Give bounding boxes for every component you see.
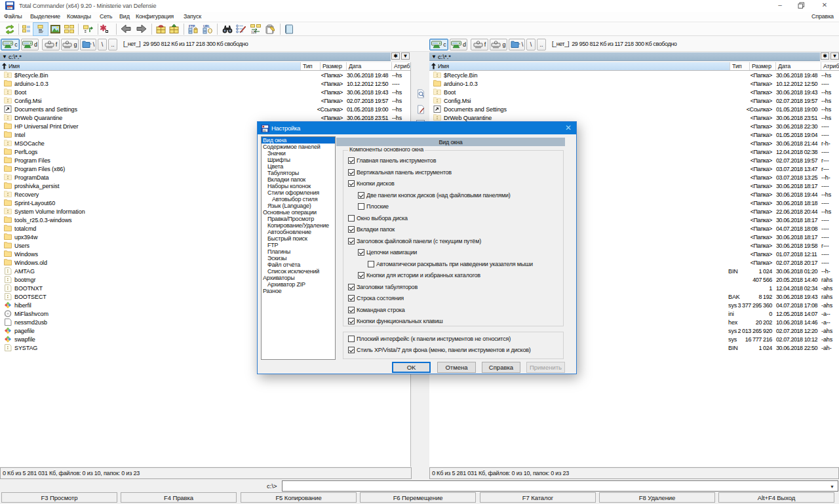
svg-text:URL: URL (203, 24, 210, 28)
svg-text:TC: TC (7, 7, 10, 10)
svg-text:31: 31 (263, 129, 266, 132)
svg-text:FTP: FTP (189, 24, 195, 28)
svg-text:123: 123 (251, 30, 257, 34)
